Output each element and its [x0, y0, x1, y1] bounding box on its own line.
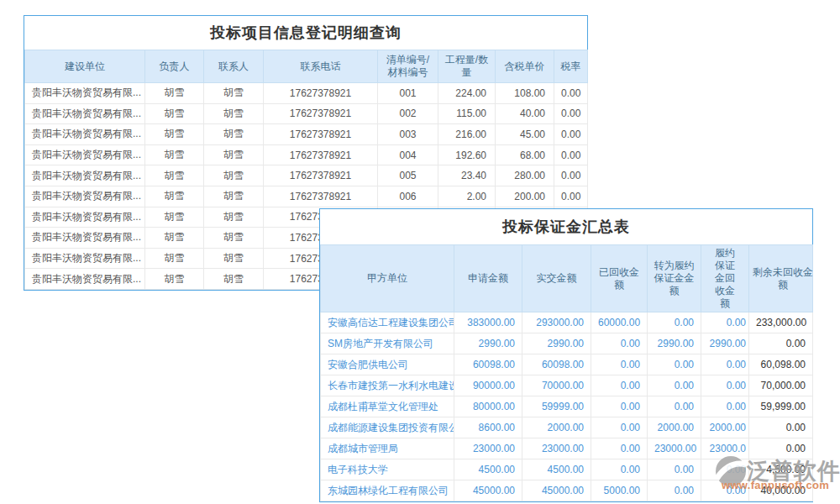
- cell: 200.00: [496, 186, 554, 207]
- party-unit-link[interactable]: 安徽合肥供电公司: [321, 354, 454, 375]
- cell: 17627378921: [264, 124, 378, 145]
- table-row[interactable]: 电子科技大学4500.004500.000.000.000.004,500.00: [321, 459, 813, 480]
- cell: 216.00: [438, 124, 496, 145]
- table-header-row: 建设单位负责人联系人联系电话清单编号/材料编号工程量/数量含税单价税率: [25, 50, 588, 83]
- cell: 60000.00: [591, 312, 648, 333]
- cell: 45000.00: [454, 480, 522, 501]
- cell: 胡雪: [145, 248, 204, 269]
- table-row[interactable]: 贵阳丰沃物资贸易有限...胡雪胡雪1762737892100523.40280.…: [25, 165, 588, 186]
- cell: 0.00: [648, 312, 701, 333]
- cell: 17627378921: [264, 83, 378, 104]
- cell: 0.00: [591, 396, 648, 417]
- cell: 贵阳丰沃物资贸易有限...: [25, 124, 145, 145]
- cell: 胡雪: [145, 228, 204, 249]
- cell: 59999.00: [522, 396, 591, 417]
- party-unit-link[interactable]: 成都杜甫草堂文化管理处: [321, 396, 454, 417]
- cell: 0.00: [554, 83, 588, 104]
- cell: 胡雪: [204, 186, 264, 207]
- cell: 40.00: [496, 103, 554, 124]
- cell: 胡雪: [204, 228, 264, 249]
- party-unit-link[interactable]: 东城园林绿化工程有限公司: [321, 480, 454, 501]
- table-row[interactable]: 成都城市管理局23000.0023000.000.0023000.0023000…: [321, 438, 813, 459]
- cell: 胡雪: [145, 207, 204, 228]
- bid-deposit-summary-title: 投标保证金汇总表: [320, 209, 812, 244]
- table-row[interactable]: 成都能源建设集团投资有限公司8600.002000.000.002000.002…: [321, 417, 813, 438]
- cell: 0.00: [554, 124, 588, 145]
- table-row[interactable]: 东城园林绿化工程有限公司45000.0045000.005000.000.000…: [321, 480, 813, 501]
- cell: 贵阳丰沃物资贸易有限...: [25, 186, 145, 207]
- bid-deposit-summary-grid: 甲方单位申请金额实交金额已回收金额转为履约保证金金额履约保证金回收金额剩余未回收…: [320, 244, 813, 501]
- cell: 45000.00: [522, 480, 591, 501]
- party-unit-link[interactable]: 成都城市管理局: [321, 438, 454, 459]
- column-header-label: 含税单价: [505, 60, 545, 73]
- table-row[interactable]: 安徽合肥供电公司60098.0060098.000.000.000.0060,0…: [321, 354, 813, 375]
- party-unit-link[interactable]: 成都能源建设集团投资有限公司: [321, 417, 454, 438]
- cell: 0.00: [701, 375, 749, 396]
- column-header-label: 清单编号/材料编号: [383, 54, 433, 79]
- table-row[interactable]: 长春市建投第一水利水电建设90000.0070000.000.000.000.0…: [321, 375, 813, 396]
- table-row[interactable]: 贵阳丰沃物资贸易有限...胡雪胡雪17627378921002115.0040.…: [25, 103, 588, 124]
- table-row[interactable]: 安徽高信达工程建设集团公司383000.00293000.0060000.000…: [321, 312, 813, 333]
- cell: 0.00: [554, 103, 588, 124]
- column-header-label: 申请金额: [468, 272, 508, 285]
- column-header-label: 已回收金额: [598, 266, 640, 291]
- cell: 胡雪: [145, 124, 204, 145]
- cell: 59,999.00: [749, 396, 813, 417]
- cell: 贵阳丰沃物资贸易有限...: [25, 207, 145, 228]
- cell: 0.00: [648, 459, 701, 480]
- column-header: 联系人: [204, 50, 264, 83]
- cell: 0.00: [591, 459, 648, 480]
- cell: 0.00: [749, 333, 813, 354]
- cell: 贵阳丰沃物资贸易有限...: [25, 228, 145, 249]
- table-header-row: 甲方单位申请金额实交金额已回收金额转为履约保证金金额履约保证金回收金额剩余未回收…: [321, 245, 813, 312]
- cell: 胡雪: [204, 248, 264, 269]
- cell: 280.00: [496, 165, 554, 186]
- party-unit-link[interactable]: 电子科技大学: [321, 459, 454, 480]
- cell: 0.00: [591, 333, 648, 354]
- table-row[interactable]: 贵阳丰沃物资贸易有限...胡雪胡雪176273789210062.00200.0…: [25, 186, 588, 207]
- cell: 胡雪: [145, 103, 204, 124]
- cell: 贵阳丰沃物资贸易有限...: [25, 165, 145, 186]
- bid-deposit-summary-table: 投标保证金汇总表 甲方单位申请金额实交金额已回收金额转为履约保证金金额履约保证金…: [319, 208, 813, 502]
- cell: 40,000.00: [749, 480, 813, 501]
- bid-project-detail-title: 投标项目信息登记明细查询: [24, 16, 587, 50]
- cell: 23000.00: [454, 438, 522, 459]
- cell: 0.00: [591, 417, 648, 438]
- table-row[interactable]: SM房地产开发有限公司2990.002990.000.002990.002990…: [321, 333, 813, 354]
- table-row[interactable]: 贵阳丰沃物资贸易有限...胡雪胡雪17627378921004192.6068.…: [25, 144, 588, 165]
- cell: 001: [378, 83, 438, 104]
- cell: 004: [378, 144, 438, 165]
- table-row[interactable]: 成都杜甫草堂文化管理处80000.0059999.000.000.000.005…: [321, 396, 813, 417]
- cell: 70,000.00: [749, 375, 813, 396]
- cell: 胡雪: [204, 103, 264, 124]
- column-header-label: 实交金额: [537, 272, 577, 285]
- cell: 17627378921: [264, 165, 378, 186]
- cell: 2990.00: [648, 333, 701, 354]
- party-unit-link[interactable]: 长春市建投第一水利水电建设: [321, 375, 454, 396]
- party-unit-link[interactable]: SM房地产开发有限公司: [321, 333, 454, 354]
- cell: 0.00: [591, 354, 648, 375]
- cell: 0.00: [554, 165, 588, 186]
- column-header: 实交金额: [522, 245, 591, 312]
- cell: 23000.00: [648, 438, 701, 459]
- party-unit-link[interactable]: 安徽高信达工程建设集团公司: [321, 312, 454, 333]
- cell: 005: [378, 165, 438, 186]
- table-row[interactable]: 贵阳丰沃物资贸易有限...胡雪胡雪17627378921003216.0045.…: [25, 124, 588, 145]
- cell: 0.00: [591, 375, 648, 396]
- cell: 0.00: [591, 438, 648, 459]
- cell: 2000.00: [701, 417, 749, 438]
- cell: 胡雪: [145, 186, 204, 207]
- column-header: 转为履约保证金金额: [648, 245, 701, 312]
- cell: 8600.00: [454, 417, 522, 438]
- column-header-label: 履约保证金回收金额: [714, 247, 736, 310]
- column-header-label: 剩余未回收金额: [751, 266, 815, 291]
- cell: 贵阳丰沃物资贸易有限...: [25, 103, 145, 124]
- cell: 0.00: [648, 480, 701, 501]
- table-row[interactable]: 贵阳丰沃物资贸易有限...胡雪胡雪17627378921001224.00108…: [25, 83, 588, 104]
- column-header: 甲方单位: [321, 245, 454, 312]
- cell: 0.00: [701, 396, 749, 417]
- cell: 胡雪: [204, 144, 264, 165]
- column-header-label: 转为履约保证金金额: [654, 260, 696, 297]
- cell: 4500.00: [454, 459, 522, 480]
- cell: 80000.00: [454, 396, 522, 417]
